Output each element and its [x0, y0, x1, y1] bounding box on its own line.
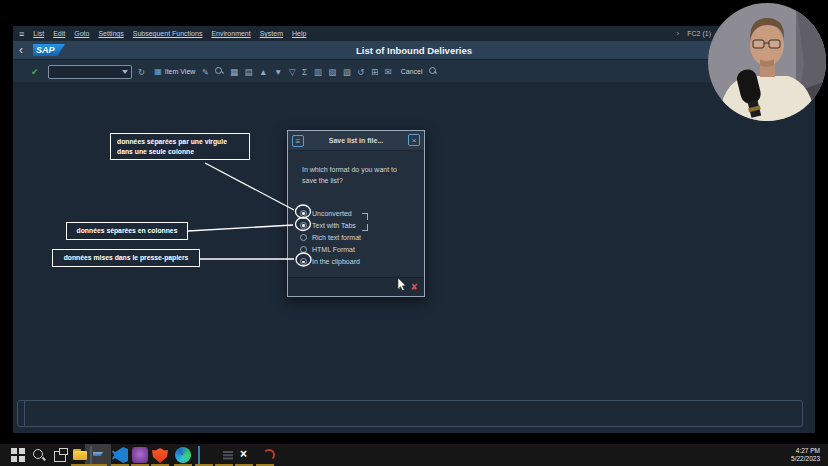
change-layout-icon[interactable]: ▤ [245, 67, 253, 77]
window-app-icon[interactable] [198, 446, 200, 465]
command-combobox[interactable] [48, 65, 132, 79]
brave-browser-icon[interactable] [152, 447, 168, 463]
print-icon[interactable]: ▥ [314, 67, 322, 77]
title-bar: ‹ SAP List of Inbound Deliveries [13, 41, 815, 59]
export-list-icon[interactable]: ▧ [328, 67, 336, 77]
dialog-title-bar: ≡ Save list in file... × [288, 131, 424, 151]
edge-browser-icon[interactable] [175, 447, 191, 463]
menu-bar: ≡ List Edit Goto Settings Subsequent Fun… [13, 26, 815, 41]
screen: ≡ List Edit Goto Settings Subsequent Fun… [0, 0, 828, 466]
selection-corner-mark [362, 213, 368, 220]
menu-item-settings[interactable]: Settings [98, 30, 123, 37]
running-indicator [195, 464, 213, 466]
confirm-check-icon[interactable]: ✔ [396, 282, 404, 292]
running-indicator [256, 464, 274, 466]
item-view-button[interactable]: ▦ Item View [154, 67, 195, 76]
sort-ascending-icon[interactable]: ▲ [259, 67, 267, 77]
radio-circle[interactable] [300, 234, 307, 241]
annotation-label-columns: données séparées en colonnes [66, 222, 188, 240]
global-search-icon[interactable] [429, 67, 437, 77]
status-bar-grip [18, 401, 25, 426]
running-indicator [71, 464, 89, 466]
chevron-right-icon: › [677, 29, 680, 38]
application-toolbar: ✔ ↻ ▦ Item View ✎ ▦ ▤ ▲ ▼ ▽ Σ ▥ ▧ ▨ ↺ ⊞ … [13, 59, 815, 83]
session-indicator: FC2 (1) [687, 30, 711, 37]
confirm-check-icon[interactable]: ✔ [31, 67, 39, 77]
purple-app-icon[interactable] [132, 447, 148, 463]
menu-item-edit[interactable]: Edit [53, 30, 65, 37]
annotation-label-clipboard: données mises dans le presse-papiers [52, 249, 200, 267]
taskbar-clock[interactable]: 4:27 PM 5/22/2023 [791, 447, 820, 463]
radio-option-html-format[interactable]: HTML Format [300, 244, 361, 256]
magnifier-icon [429, 67, 437, 75]
radio-option-rich-text-format[interactable]: Rich text format [300, 231, 361, 243]
dialog-footer: ✔ ✘ [288, 277, 424, 296]
status-bar [17, 400, 803, 427]
radio-circle[interactable] [300, 210, 307, 217]
sum-icon[interactable]: Σ [302, 67, 307, 77]
page-title: List of Inbound Deliveries [13, 45, 815, 56]
item-view-label: Item View [165, 68, 196, 75]
radio-circle[interactable] [300, 222, 307, 229]
item-view-icon: ▦ [154, 67, 162, 76]
pencil-icon[interactable]: ✎ [202, 67, 209, 77]
radio-circle[interactable] [300, 258, 307, 265]
hamburger-icon[interactable]: ≡ [19, 29, 24, 39]
radio-option-text-with-tabs[interactable]: Text with Tabs [300, 219, 361, 231]
annotation-label-comma-separated: données séparées par une virgule dans un… [110, 133, 250, 160]
menu-item-system[interactable]: System [260, 30, 283, 37]
running-indicator [131, 464, 149, 466]
radio-circle[interactable] [300, 246, 307, 253]
dialog-question: In which format do you want to save the … [302, 164, 397, 186]
dialog-menu-icon[interactable]: ≡ [292, 135, 304, 147]
menu-item-list[interactable]: List [33, 30, 44, 37]
running-indicator [89, 464, 107, 466]
sort-descending-icon[interactable]: ▼ [274, 67, 282, 77]
dialog-title: Save list in file... [306, 137, 406, 144]
send-mail-icon[interactable]: ✉ [385, 67, 392, 77]
vscode-icon[interactable] [112, 447, 128, 463]
cancel-button[interactable]: Cancel [401, 68, 423, 75]
webcam-overlay [708, 3, 826, 121]
running-indicator [174, 464, 192, 466]
running-indicator [151, 464, 169, 466]
local-file-icon[interactable]: ▨ [343, 67, 351, 77]
webcam-video [708, 3, 826, 121]
save-list-dialog: ≡ Save list in file... × In which format… [287, 130, 425, 297]
radio-option-in-the-clipboard[interactable]: In the clipboard [300, 256, 361, 268]
magnifier-icon [215, 67, 223, 75]
menu-item-subsequent-functions[interactable]: Subsequent Functions [133, 30, 203, 37]
running-indicator [215, 464, 233, 466]
glasses-right-lens [769, 40, 780, 48]
running-indicator [111, 464, 129, 466]
circular-arrow-icon[interactable]: ↺ [357, 67, 364, 77]
refresh-icon[interactable]: ↻ [138, 67, 145, 77]
insert-folder-icon[interactable]: ⊞ [371, 67, 378, 77]
radio-option-unconverted[interactable]: Unconverted [300, 207, 361, 219]
start-button[interactable] [10, 447, 26, 463]
sap-logon-icon[interactable] [90, 446, 92, 465]
menu-item-environment[interactable]: Environment [211, 30, 250, 37]
close-icon[interactable]: × [408, 134, 420, 146]
menu-item-goto[interactable]: Goto [74, 30, 89, 37]
glasses-left-lens [753, 40, 764, 48]
search-icon[interactable] [215, 67, 223, 77]
choose-detail-icon[interactable]: ▦ [230, 67, 238, 77]
format-options: Unconverted Text with Tabs Rich text for… [300, 207, 361, 268]
chevron-down-icon [122, 70, 128, 74]
filter-icon[interactable]: ▽ [289, 67, 296, 77]
cancel-x-icon[interactable]: ✘ [410, 282, 418, 292]
running-indicator [235, 464, 253, 466]
menu-item-help[interactable]: Help [292, 30, 306, 37]
windows-taskbar: 4:27 PM 5/22/2023 [0, 444, 828, 466]
selection-corner-mark [362, 224, 368, 231]
